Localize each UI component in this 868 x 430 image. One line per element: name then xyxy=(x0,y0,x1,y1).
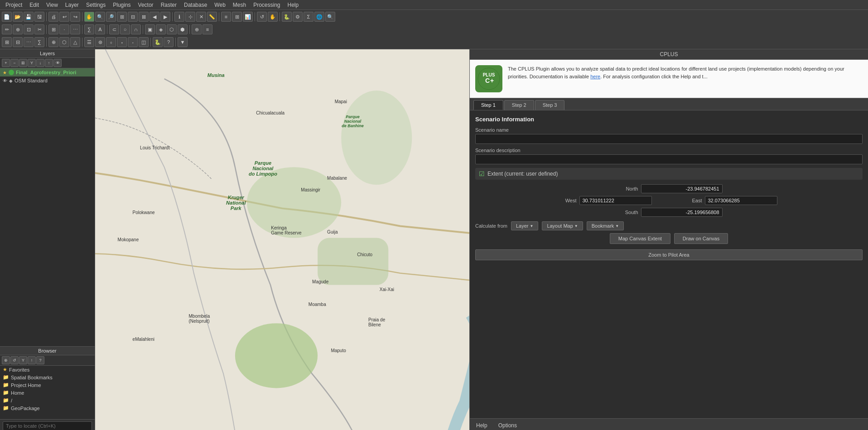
tb2-field-calc[interactable]: ∑ xyxy=(84,24,94,34)
layers-add-btn[interactable]: + xyxy=(2,59,10,67)
draw-on-canvas-button[interactable]: Draw on Canvas xyxy=(674,233,728,244)
menu-raster[interactable]: Raster xyxy=(157,1,180,9)
zoom-pilot-area-button[interactable]: Zoom to Pilot Area xyxy=(475,249,863,260)
south-input[interactable] xyxy=(641,208,723,217)
west-input[interactable] xyxy=(579,196,652,205)
map-canvas[interactable]: Musina Chicualacuala Mapai ParqueNaciona… xyxy=(95,49,469,430)
tb-processing[interactable]: Σ xyxy=(304,12,313,22)
tb-select-features[interactable]: ⊹ xyxy=(185,12,195,22)
browser-item-home[interactable]: 📁 Home xyxy=(0,389,95,397)
browser-item-favorites[interactable]: ★ Favorites xyxy=(0,366,95,373)
layer-item-agroforestry[interactable]: ★ Final_Agroforestry_Priori xyxy=(0,68,95,76)
tb2-topology[interactable]: ⋯ xyxy=(70,24,80,34)
menu-web[interactable]: Web xyxy=(211,1,229,9)
tb2-plugin3[interactable]: ⬡ xyxy=(167,24,177,34)
tb-search[interactable]: 🔍 xyxy=(325,12,335,22)
tb3-overview[interactable]: ⊞ xyxy=(2,37,12,47)
layers-filter-btn[interactable]: Y xyxy=(28,59,36,67)
calc-layout-btn[interactable]: Layout Map ▼ xyxy=(542,221,583,230)
tb-deselect[interactable]: ✕ xyxy=(196,12,206,22)
browser-item-project-home[interactable]: 📁 Project Home xyxy=(0,381,95,389)
browser-add-btn[interactable]: ⊕ xyxy=(2,356,10,364)
tb2-snapping-on[interactable]: · xyxy=(59,24,69,34)
menu-plugins[interactable]: Plugins xyxy=(109,1,134,9)
tb-browser-panel[interactable]: 🌐 xyxy=(314,12,324,22)
tb3-heatmap[interactable]: ⋯ xyxy=(24,37,34,47)
tb3-plugin-c[interactable]: ⬨ xyxy=(106,37,116,47)
locate-search-input[interactable] xyxy=(3,421,92,430)
cplus-doc-link[interactable]: here xyxy=(590,74,600,79)
tb3-help[interactable]: ? xyxy=(164,37,174,47)
browser-item-spatial-bookmarks[interactable]: 📁 Spatial Bookmarks xyxy=(0,373,95,381)
layers-expand-btn[interactable]: ↓ xyxy=(36,59,44,67)
menu-database[interactable]: Database xyxy=(180,1,211,9)
tb-save-as[interactable]: 🖫 xyxy=(34,12,44,22)
tb2-layer-order[interactable]: ≡ xyxy=(203,24,212,34)
tb-zoom-layer[interactable]: ⊟ xyxy=(128,12,138,22)
tb2-plugin2[interactable]: ◈ xyxy=(156,24,166,34)
tb-zoom-out[interactable]: 🔎 xyxy=(106,12,116,22)
map-canvas-extent-button[interactable]: Map Canvas Extent xyxy=(610,233,670,244)
browser-refresh-btn[interactable]: ↺ xyxy=(10,356,19,364)
menu-vector[interactable]: Vector xyxy=(135,1,157,9)
cplus-tab-step1[interactable]: Step 1 xyxy=(473,100,503,110)
tb2-plugin1[interactable]: ▣ xyxy=(145,24,155,34)
tb3-raster-calc[interactable]: ∑ xyxy=(34,37,44,47)
tb-python[interactable]: 🐍 xyxy=(282,12,292,22)
menu-processing[interactable]: Processing xyxy=(250,1,284,9)
tb2-split[interactable]: ✂ xyxy=(34,24,44,34)
tb2-edit[interactable]: ⊕ xyxy=(13,24,23,34)
tb-open-table[interactable]: ⊞ xyxy=(232,12,242,22)
browser-help-btn[interactable]: ? xyxy=(36,356,44,364)
tb-zoom-prev[interactable]: ◀ xyxy=(149,12,159,22)
browser-item-geopackage[interactable]: 📁 GeoPackage xyxy=(0,404,95,412)
layers-open-attr[interactable]: ⊞ xyxy=(19,59,27,67)
tb-undo[interactable]: ↩ xyxy=(59,12,69,22)
tb2-intersect[interactable]: ∩ xyxy=(131,24,141,34)
scenario-desc-input[interactable] xyxy=(475,154,863,164)
menu-help[interactable]: Help xyxy=(284,1,303,9)
tb-layer-tree[interactable]: ≡ xyxy=(221,12,231,22)
cplus-help-button[interactable]: Help xyxy=(473,421,490,430)
tb-zoom-next[interactable]: ▶ xyxy=(160,12,170,22)
menu-layer[interactable]: Layer xyxy=(62,1,82,9)
calc-bookmark-btn[interactable]: Bookmark ▼ xyxy=(587,221,624,230)
extent-header[interactable]: ☑ Extent (current: user defined) xyxy=(475,168,863,180)
tb2-snap[interactable]: ⊞ xyxy=(48,24,58,34)
tb-new-project[interactable]: 📄 xyxy=(2,12,12,22)
tb3-plugin-b[interactable]: ⊛ xyxy=(95,37,105,47)
menu-view[interactable]: View xyxy=(43,1,62,9)
tb2-plugin4[interactable]: ⬢ xyxy=(178,24,188,34)
cplus-tab-step3[interactable]: Step 3 xyxy=(535,100,565,110)
tb-identify[interactable]: ℹ xyxy=(174,12,184,22)
tb2-digitize[interactable]: ✏ xyxy=(2,24,12,34)
menu-mesh[interactable]: Mesh xyxy=(229,1,250,9)
cplus-options-button[interactable]: Options xyxy=(496,421,520,430)
browser-item-root[interactable]: 📁 / xyxy=(0,397,95,404)
tb-save-project[interactable]: 💾 xyxy=(24,12,34,22)
tb2-buffer[interactable]: ○ xyxy=(120,24,130,34)
tb3-extra[interactable]: ▼ xyxy=(178,37,188,47)
layers-remove-btn[interactable]: − xyxy=(10,59,19,67)
tb3-plugin-e[interactable]: ⬪ xyxy=(128,37,138,47)
tb2-label[interactable]: A xyxy=(95,24,105,34)
tb-cancel[interactable]: ✋ xyxy=(268,12,278,22)
browser-filter-btn[interactable]: Y xyxy=(19,356,27,364)
tb-redo[interactable]: ↪ xyxy=(70,12,80,22)
tb3-3d[interactable]: ⬡ xyxy=(59,37,69,47)
scenario-name-input[interactable] xyxy=(475,134,863,144)
layers-toggle-vis[interactable]: 👁 xyxy=(53,59,62,67)
calc-layer-btn[interactable]: Layer ▼ xyxy=(511,221,538,230)
north-input[interactable] xyxy=(641,184,723,193)
tb3-plugin-a[interactable]: ☰ xyxy=(84,37,94,47)
tb3-python2[interactable]: 🐍 xyxy=(153,37,163,47)
tb-refresh[interactable]: ↺ xyxy=(257,12,267,22)
browser-collapse-btn[interactable]: ↑ xyxy=(28,356,36,364)
tb2-node[interactable]: ⊡ xyxy=(24,24,34,34)
layer-item-osm[interactable]: 👁 ◆ OSM Standard xyxy=(0,76,95,85)
menu-settings[interactable]: Settings xyxy=(82,1,109,9)
tb-measure[interactable]: 📏 xyxy=(207,12,217,22)
menu-project[interactable]: Project xyxy=(2,1,26,9)
tb3-tileindex[interactable]: ⊟ xyxy=(13,37,23,47)
tb3-elevation[interactable]: △ xyxy=(70,37,80,47)
